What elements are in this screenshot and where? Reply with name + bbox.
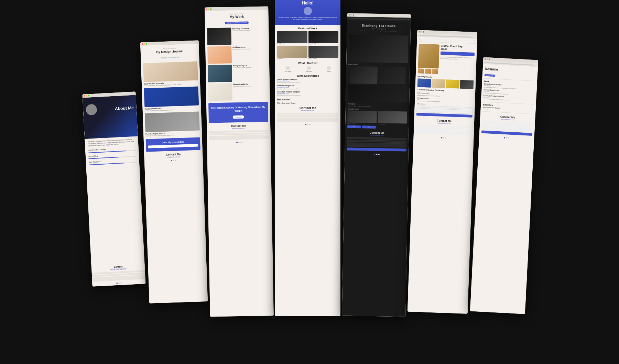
tea-title: Dianhong Tea House [349,23,409,28]
exp-3: Associate Product Designer Somewhere 201… [277,91,338,96]
view-btn-1[interactable]: View [347,125,361,128]
avatar-4 [304,7,312,15]
mockup-resume: ◦ ◦ ◦ Resume DOWNLOAD Work Senior Produc… [470,57,539,314]
field-email[interactable] [209,132,269,135]
card4-body: Hello! My name is Brian. I'm a Senior Pr… [275,0,340,316]
resume-header: Resume DOWNLOAD [482,64,538,81]
pagination-2 [144,158,203,162]
blog-post-1: Nunc Volutpat Venenatis Lorem ipsum dolo… [143,61,198,87]
field-email[interactable] [277,115,338,117]
tea-main-image [348,34,408,63]
card6-body: ◦ ◦ ◦ ⊙ 🛒 Leather Pencil Bag [408,33,477,314]
exp-desc-2: Lorem ipsum dolor sit amet consectetur a… [277,88,338,90]
field-name[interactable] [277,113,338,114]
product-images [418,44,439,74]
work-item-3: Trinity Beauty Co. [277,46,307,59]
page-dot-2 [118,282,120,284]
field-name[interactable] [347,137,406,140]
card1-contact: Contact hello@dvidesign.com [91,264,145,282]
exp-date-2: Somewhere 2020 – 2022 [277,87,338,88]
card6-contact: Contact Me hello@dvidesign.com [416,118,472,135]
dot-yellow [351,14,352,15]
tea-brand-section: Brand Identity [348,63,408,102]
nav-icon: ⊙ [419,38,420,40]
page-dot-1 [171,159,172,161]
submit-button[interactable] [347,147,406,151]
related-img-4 [460,80,474,89]
tea-related: Related Projects Mirage Candle Co. Trini… [347,108,407,129]
project-info-3: Trinity Beauty Co. Lorem ipsum dolor sit… [233,64,267,68]
reviews-section: 2 reviews for Leather Pencil Bag Reviewe… [417,88,473,103]
post-image-2 [144,86,199,107]
view-btn-2[interactable]: View [362,125,376,129]
page-dot-1 [374,154,375,155]
page-dot-3 [378,154,379,155]
reviewer-avatar-2 [417,97,420,100]
dot-green [88,95,89,96]
skill-web: Web Design [306,66,312,72]
exp-date-3: Somewhere 2018 – 2020 [277,93,338,94]
related-1: Mirage Candle Co. [347,110,377,124]
field-message[interactable] [347,142,406,147]
dot-red [349,14,350,15]
newsletter-input[interactable] [148,144,198,148]
skill-icon-ux [286,66,290,70]
add-to-cart-button[interactable] [441,51,475,56]
field-email[interactable] [347,140,406,143]
brand-grid-2 [348,84,408,102]
topbar-text: ◦ ◦ ◦ [535,64,537,66]
tea-hero-image [348,34,408,63]
work-label-4: Mirage Candle Co. [308,58,339,59]
mockup-portfolio: Design Portfolio Builder My Work DESIGN … [205,6,274,317]
page-dot-1 [116,282,118,284]
dot-green [423,31,424,32]
review-1: Reviewer Name Lorem ipsum dolor sit amet… [417,91,473,98]
page-dot-1 [236,141,237,143]
work-label-1: Trinity Beauty Co. [277,43,307,45]
thumb-3[interactable] [432,69,438,74]
education-section: Education BFA – Interaction Design [277,98,338,104]
page-dot-2 [443,137,444,139]
product-info: Leather Pencil Bag $19.05 Lorem ipsum do… [440,44,475,75]
exp-1: Senior Product Designer Somewhere 2022 –… [277,78,338,84]
skill-ux: UX/UI Design [285,66,291,72]
thumb-1[interactable] [418,68,424,74]
thumb-2[interactable] [425,69,431,74]
exp-desc-3: Lorem ipsum dolor sit amet consectetur a… [277,95,338,96]
brand-identity-label: Brand Identity [348,63,408,66]
related-img-3 [446,79,459,88]
work-grid: Trinity Beauty Co. Mirage Candle Co. Tri… [277,31,338,59]
related-name-2: Trinity Beauty Co. [378,123,407,125]
field-message[interactable] [209,135,269,140]
card1-body: About Me I specialize in creating immers… [83,95,146,286]
brand-img-1 [350,66,378,84]
page-dot-1 [305,124,306,125]
project-title-4: Mirage Candle Co. [233,82,268,85]
card3-body: Design Portfolio Builder My Work DESIGN … [205,10,274,317]
project-4: Mirage Candle Co. Lorem ipsum dolor sit … [208,82,268,101]
field-message[interactable] [277,118,338,122]
related-products: Related products [417,75,474,89]
contact-title-4: Contact Me [277,106,338,110]
card1-bio: I specialize in creating immersive and u… [85,136,144,264]
contact-fields-3 [209,130,268,140]
reviewer-avatar-1 [417,91,420,94]
pagination-4 [275,124,340,125]
field-name[interactable] [209,130,268,133]
work-item-1: Trinity Beauty Co. [277,31,307,45]
product-main: Leather Pencil Bag $19.05 Lorem ipsum do… [418,44,475,75]
related-label: Related Projects [348,108,407,111]
mockup-about-me-mobile: About Me I specialize in creating immers… [82,91,145,286]
project-image-3 [208,65,232,82]
work-section: Work Senior Product Designer 2022 – Pres… [483,80,535,102]
product-title: Leather Pencil Bag [441,44,475,48]
contact-form-6 [416,124,472,135]
cta-button[interactable]: Contact Me [233,115,244,119]
dot-yellow [86,95,87,96]
card4-contact: Contact Me hello@dvidesign.com [277,106,338,122]
project-info-2: Divi Fragrances Lorem ipsum dolor sit am… [232,45,267,50]
page-dot-3 [508,137,509,138]
pagination-5 [345,153,409,155]
card5-body: Dianhong Tea House Project & Company Det… [342,16,411,317]
resume-badge[interactable]: DOWNLOAD [485,74,495,77]
